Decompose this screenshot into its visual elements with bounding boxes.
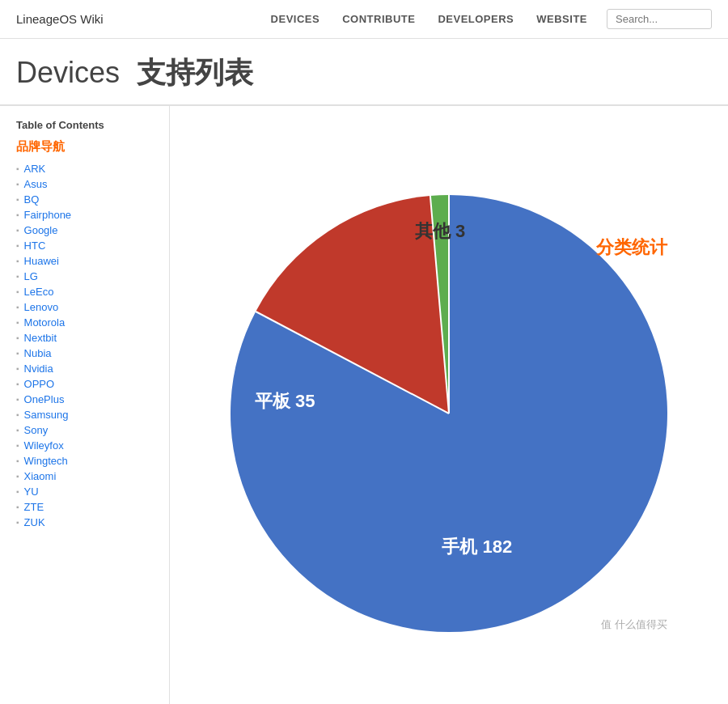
list-item: Fairphone <box>16 207 161 223</box>
list-item: Huawei <box>16 253 161 269</box>
list-item: HTC <box>16 238 161 253</box>
toc-title: Table of Contents <box>16 119 161 131</box>
sidebar-link-motorola[interactable]: Motorola <box>24 316 66 329</box>
list-item: Nubia <box>16 346 161 361</box>
list-item: YU <box>16 484 161 499</box>
sidebar-link-lenovo[interactable]: Lenovo <box>24 301 59 313</box>
sidebar-link-leeco[interactable]: LeEco <box>24 286 54 298</box>
category-label: 分类统计 <box>596 235 667 260</box>
list-item: Motorola <box>16 315 161 330</box>
list-item: Nvidia <box>16 361 161 376</box>
nav-website[interactable]: WEBSITE <box>536 13 587 25</box>
sidebar-nav-list: ARK Asus BQ Fairphone Google HTC Huawei … <box>16 161 161 530</box>
sidebar-link-fairphone[interactable]: Fairphone <box>24 209 72 221</box>
list-item: Nextbit <box>16 330 161 346</box>
sidebar-link-samsung[interactable]: Samsung <box>24 409 69 421</box>
list-item: BQ <box>16 192 161 207</box>
nav-devices[interactable]: DEVICES <box>271 13 320 25</box>
sidebar-link-nextbit[interactable]: Nextbit <box>24 332 57 344</box>
navbar: LineageOS Wiki DEVICES CONTRIBUTE DEVELO… <box>0 0 728 39</box>
sidebar-link-xiaomi[interactable]: Xiaomi <box>24 470 57 482</box>
sidebar-link-wingtech[interactable]: Wingtech <box>24 455 68 467</box>
sidebar-link-zte[interactable]: ZTE <box>24 501 44 513</box>
list-item: LG <box>16 269 161 284</box>
list-item: OnePlus <box>16 392 161 407</box>
sidebar-link-sony[interactable]: Sony <box>24 424 49 436</box>
brand-nav-label: 品牌导航 <box>16 139 161 155</box>
search-input[interactable] <box>607 9 712 29</box>
sidebar-link-asus[interactable]: Asus <box>24 178 48 190</box>
sidebar-link-google[interactable]: Google <box>24 224 58 236</box>
list-item: Samsung <box>16 407 161 422</box>
list-item: Xiaomi <box>16 469 161 484</box>
sidebar-link-lg[interactable]: LG <box>24 270 38 282</box>
list-item: OPPO <box>16 376 161 392</box>
sidebar-link-huawei[interactable]: Huawei <box>24 255 59 267</box>
sidebar: Table of Contents 品牌导航 ARK Asus BQ Fairp… <box>0 106 170 704</box>
list-item: Asus <box>16 176 161 192</box>
nav-contribute[interactable]: CONTRIBUTE <box>342 13 415 25</box>
watermark: 值 什么值得买 <box>601 617 667 632</box>
sidebar-link-ark[interactable]: ARK <box>24 163 46 175</box>
list-item: Wileyfox <box>16 438 161 453</box>
list-item: Google <box>16 223 161 238</box>
sidebar-link-yu[interactable]: YU <box>24 486 39 498</box>
list-item: Sony <box>16 422 161 438</box>
chart-area: 手机 182 平板 35 其他 3 分类统计 值 什么值得买 <box>170 106 728 704</box>
page-title-bar: Devices 支持列表 <box>0 39 728 106</box>
label-tablets: 平板 35 <box>255 389 315 413</box>
nav-links: DEVICES CONTRIBUTE DEVELOPERS WEBSITE <box>271 13 587 25</box>
sidebar-link-oneplus[interactable]: OnePlus <box>24 393 65 405</box>
list-item: Wingtech <box>16 453 161 469</box>
label-phones: 手机 182 <box>442 535 512 559</box>
list-item: Lenovo <box>16 299 161 315</box>
sidebar-link-htc[interactable]: HTC <box>24 240 46 252</box>
nav-developers[interactable]: DEVELOPERS <box>438 13 514 25</box>
label-other: 其他 3 <box>415 219 465 244</box>
list-item: ZTE <box>16 499 161 515</box>
sidebar-link-bq[interactable]: BQ <box>24 193 40 206</box>
brand-logo[interactable]: LineageOS Wiki <box>16 12 104 26</box>
sidebar-link-nvidia[interactable]: Nvidia <box>24 363 53 375</box>
sidebar-link-nubia[interactable]: Nubia <box>24 347 52 359</box>
page-title: Devices 支持列表 <box>16 53 712 93</box>
sidebar-link-wileyfox[interactable]: Wileyfox <box>24 439 64 452</box>
list-item: ARK <box>16 161 161 176</box>
main-content: Table of Contents 品牌导航 ARK Asus BQ Fairp… <box>0 106 728 704</box>
pie-container: 手机 182 平板 35 其他 3 分类统计 值 什么值得买 <box>206 171 692 656</box>
list-item: ZUK <box>16 515 161 530</box>
sidebar-link-zuk[interactable]: ZUK <box>24 516 45 528</box>
list-item: LeEco <box>16 284 161 299</box>
sidebar-link-oppo[interactable]: OPPO <box>24 378 55 390</box>
